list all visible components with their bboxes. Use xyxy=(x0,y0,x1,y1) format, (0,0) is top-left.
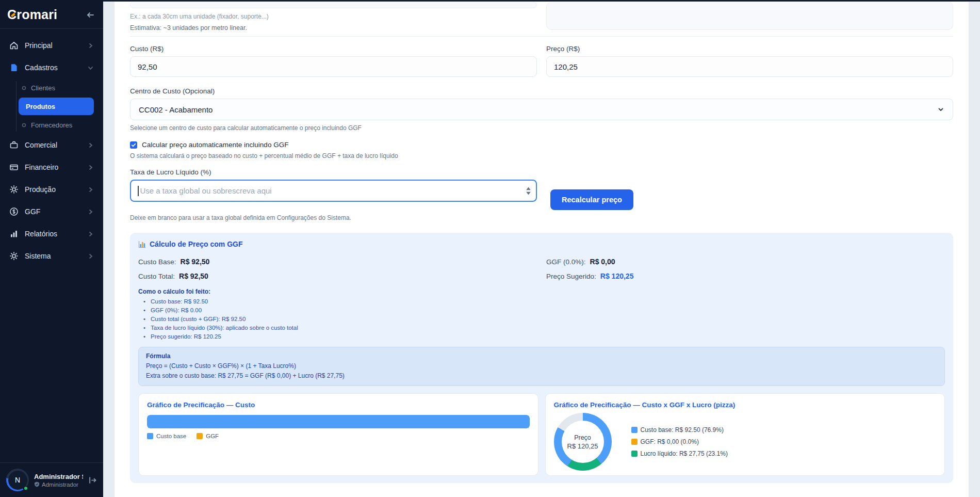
cost-price-row: Custo (R$) Preço (R$) xyxy=(130,45,953,77)
formula-line-2: Extra sobre o custo base: R$ 27,75 = GGF… xyxy=(146,372,937,379)
number-stepper[interactable] xyxy=(526,187,531,195)
stepper-up-icon xyxy=(526,187,531,190)
cost-bar-chart-card: Gráfico de Precificação — Custo Custo ba… xyxy=(138,393,538,476)
custo-field-group: Custo (R$) xyxy=(130,45,537,77)
logout-button[interactable] xyxy=(88,476,97,485)
sidebar-item-relatorios[interactable]: Relatórios xyxy=(5,223,98,244)
centro-custo-helper: Selecione um centro de custo para calcul… xyxy=(130,124,953,132)
sidebar-nav: Principal Cadastros Clientes Produtos xyxy=(0,29,103,268)
dollar-circle-icon xyxy=(9,207,19,216)
home-icon xyxy=(9,41,19,50)
stepper-down-icon xyxy=(526,191,531,195)
taxa-lucro-group: Taxa de Lucro Líquido (%) Use a taxa glo… xyxy=(130,168,953,221)
taxa-input-wrap: Use a taxa global ou sobrescreva aqui xyxy=(130,180,537,202)
sidebar-item-sistema[interactable]: Sistema xyxy=(5,246,98,266)
sidebar-item-principal[interactable]: Principal xyxy=(5,35,98,56)
user-role-row: Administrador xyxy=(34,482,83,488)
sidebar-item-label: Cadastros xyxy=(25,63,81,72)
product-form-card: Ex.: a cada 30cm uma unidade (fixador, s… xyxy=(115,2,969,497)
gear-icon xyxy=(9,185,19,194)
centro-custo-select[interactable]: CC002 - Acabamento xyxy=(130,99,953,120)
legend-item: GGF xyxy=(197,433,219,439)
legend-swatch-custo-base xyxy=(631,427,638,433)
cut-left-cell: Ex.: a cada 30cm uma unidade (fixador, s… xyxy=(130,2,537,31)
stat-label: GGF (0.0%): xyxy=(546,258,586,266)
custo-label: Custo (R$) xyxy=(130,45,537,53)
charts-row: Gráfico de Precificação — Custo Custo ba… xyxy=(138,393,945,476)
stat-label: Custo Base: xyxy=(138,258,176,266)
scrolled-cut-row: Ex.: a cada 30cm uma unidade (fixador, s… xyxy=(130,2,953,31)
sidebar-item-comercial[interactable]: Comercial xyxy=(5,135,98,155)
sidebar-item-label: Comercial xyxy=(25,141,81,149)
sidebar-item-clientes[interactable]: Clientes xyxy=(21,79,98,96)
bar-chart-emoji-icon xyxy=(138,241,146,248)
centro-custo-selected-value: CC002 - Acabamento xyxy=(139,105,213,114)
app-root: Cromari Principal Cadastros Cli xyxy=(0,0,980,497)
sidebar-item-label: Produtos xyxy=(26,103,55,110)
field-hint-example: Ex.: a cada 30cm uma unidade (fixador, s… xyxy=(130,13,537,20)
sidebar: Cromari Principal Cadastros Cli xyxy=(0,0,103,497)
sidebar-logo-row: Cromari xyxy=(0,0,103,29)
legend-label: Custo base xyxy=(156,433,186,439)
auto-calc-checkbox[interactable] xyxy=(130,141,137,149)
chevron-down-icon xyxy=(87,65,94,71)
formula-line-1: Preço = (Custo + Custo × GGF%) × (1 + Ta… xyxy=(146,362,937,370)
centro-custo-group: Centro de Custo (Opcional) CC002 - Acaba… xyxy=(130,87,953,132)
sidebar-item-label: Fornecedores xyxy=(31,121,72,129)
ggf-panel-title: Cálculo de Preço com GGF xyxy=(150,240,243,248)
shield-icon xyxy=(34,482,40,487)
sidebar-item-produtos[interactable]: Produtos xyxy=(19,98,94,115)
bullet-circle-icon xyxy=(22,86,26,90)
gear-icon xyxy=(9,251,19,261)
auto-calc-label[interactable]: Calcular preço automaticamente incluindo… xyxy=(142,141,288,149)
cut-input-right[interactable] xyxy=(546,2,953,30)
avatar[interactable]: N xyxy=(6,469,29,491)
sidebar-item-label: Clientes xyxy=(31,84,55,92)
legend-label: GGF xyxy=(206,433,219,439)
calc-explain-item: Custo base: R$ 92.50 xyxy=(138,298,945,304)
stat-custo-total: Custo Total: R$ 92,50 xyxy=(138,272,537,280)
legend-item: Custo base: R$ 92.50 (76.9%) xyxy=(631,426,728,434)
stat-ggf: GGF (0.0%): R$ 0,00 xyxy=(546,258,945,266)
stat-value: R$ 0,00 xyxy=(590,258,615,266)
legend-swatch-lucro xyxy=(631,451,638,457)
sidebar-item-label: Produção xyxy=(25,185,81,194)
chevron-right-icon xyxy=(87,142,94,149)
user-meta: Administrador Si... Administrador xyxy=(34,473,83,488)
cadastros-submenu: Clientes Produtos Fornecedores xyxy=(21,79,98,133)
sidebar-item-fornecedores[interactable]: Fornecedores xyxy=(21,117,98,133)
legend-swatch-custo-base xyxy=(147,433,153,439)
cut-input-left[interactable] xyxy=(130,2,537,8)
donut-center-value: R$ 120,25 xyxy=(567,442,598,450)
sidebar-item-producao[interactable]: Produção xyxy=(5,179,98,200)
pie-donut: Preço R$ 120,25 xyxy=(554,413,612,471)
sidebar-item-ggf[interactable]: GGF xyxy=(5,201,98,222)
taxa-lucro-helper: Deixe em branco para usar a taxa global … xyxy=(130,214,953,221)
pie-legend: Custo base: R$ 92.50 (76.9%) GGF: R$ 0,0… xyxy=(631,426,728,457)
sidebar-item-label: Sistema xyxy=(25,252,81,260)
preco-input[interactable] xyxy=(546,56,953,77)
legend-label: Custo base: R$ 92.50 (76.9%) xyxy=(641,426,724,434)
stat-label: Preço Sugerido: xyxy=(546,272,596,280)
user-role-label: Administrador xyxy=(42,482,78,488)
chevron-right-icon xyxy=(87,253,94,260)
sidebar-item-label: Relatórios xyxy=(25,230,81,238)
chevron-right-icon xyxy=(87,164,94,171)
formula-box: Fórmula Preço = (Custo + Custo × GGF%) ×… xyxy=(138,347,945,386)
donut-center: Preço R$ 120,25 xyxy=(562,421,604,463)
sidebar-item-financeiro[interactable]: Financeiro xyxy=(5,157,98,178)
legend-item: GGF: R$ 0,00 (0.0%) xyxy=(631,438,728,445)
sidebar-collapse-button[interactable] xyxy=(86,10,95,20)
auto-calc-row: Calcular preço automaticamente incluindo… xyxy=(130,141,953,149)
custo-input[interactable] xyxy=(130,56,537,77)
document-icon xyxy=(9,63,19,72)
bar-chart-legend: Custo base GGF xyxy=(147,433,530,439)
preco-field-group: Preço (R$) xyxy=(546,45,953,77)
recalcular-preco-button[interactable]: Recalcular preço xyxy=(550,189,633,210)
brand-logo: Cromari xyxy=(7,7,57,22)
calc-explain-item: Preço sugerido: R$ 120.25 xyxy=(138,333,945,340)
sidebar-item-cadastros[interactable]: Cadastros xyxy=(5,57,98,78)
taxa-lucro-input[interactable]: Use a taxa global ou sobrescreva aqui xyxy=(130,180,537,202)
online-status-dot xyxy=(23,486,28,491)
calc-explain-item: GGF (0%): R$ 0.00 xyxy=(138,307,945,313)
